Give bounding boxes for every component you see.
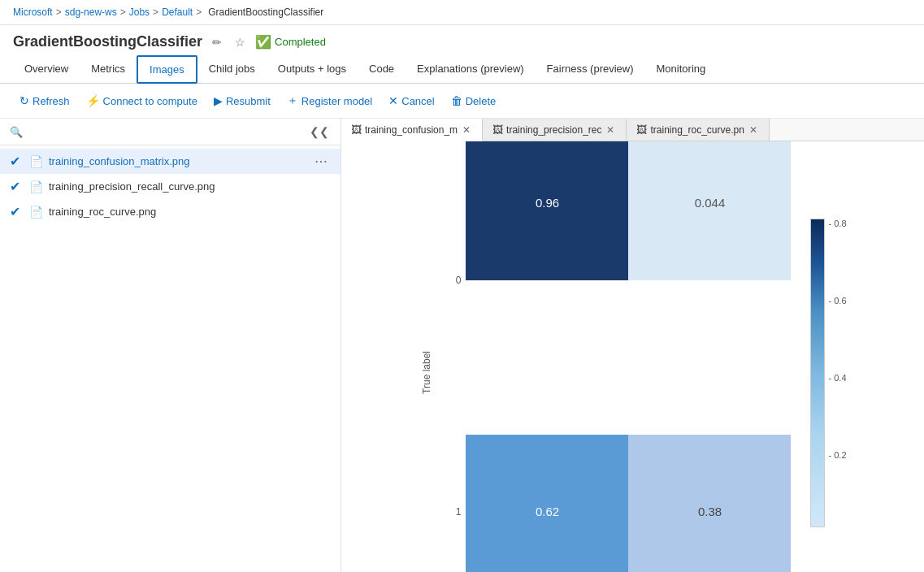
- collapse-button[interactable]: ❮❮: [308, 124, 331, 140]
- delete-button[interactable]: 🗑 Delete: [445, 91, 503, 110]
- image-tab-confusion-matrix[interactable]: 🖼 training_confusion_m ✕: [341, 119, 483, 141]
- colorbar-label-3: - 0.4: [828, 373, 846, 383]
- image-tab-label-1: training_confusion_m: [365, 124, 458, 136]
- colorbar-label-top: - 0.8: [828, 219, 846, 228]
- cell-1-1: 0.38: [628, 435, 791, 573]
- matrix-wrapper: True label 0 0.96 0.044 1: [419, 141, 846, 572]
- image-tab-icon-1: 🖼: [351, 124, 362, 136]
- image-tab-close-1[interactable]: ✕: [461, 124, 472, 136]
- check-circle-icon: ✅: [255, 34, 271, 50]
- tab-explanations[interactable]: Explanations (preview): [406, 56, 536, 83]
- file-item-confusion-matrix[interactable]: ✔ 📄 training_confusion_matrix.png ⋯: [0, 149, 341, 174]
- file-name-roc-curve: training_roc_curve.png: [49, 206, 306, 218]
- image-tab-label-2: training_precision_rec: [506, 124, 601, 136]
- edit-button[interactable]: ✏: [209, 34, 225, 50]
- image-tab-label-3: training_roc_curve.pn: [650, 124, 744, 136]
- register-model-button[interactable]: ＋ Register model: [280, 90, 379, 111]
- file-name-confusion-matrix: training_confusion_matrix.png: [49, 155, 306, 167]
- image-tab-close-2[interactable]: ✕: [605, 124, 616, 136]
- toolbar: ↻ Refresh ⚡ Connect to compute ▶ Resubmi…: [0, 84, 924, 119]
- cancel-button[interactable]: ✕ Cancel: [382, 91, 440, 110]
- connect-icon: ⚡: [86, 94, 100, 107]
- colorbar-label-4: - 0.2: [828, 450, 846, 460]
- edit-icon: ✏: [212, 36, 222, 49]
- file-icon-2: 📄: [29, 180, 44, 193]
- status-text: Completed: [275, 36, 326, 48]
- tab-child-jobs[interactable]: Child jobs: [197, 56, 267, 83]
- chart-area: Normalized confusion matrix True label 0…: [341, 141, 924, 572]
- breadcrumb-microsoft[interactable]: Microsoft: [13, 6, 53, 18]
- matrix-and-axes: 0 0.96 0.044 1 0.62 0.38: [441, 141, 791, 572]
- file-icon-3: 📄: [29, 206, 44, 219]
- confusion-matrix-container: Normalized confusion matrix True label 0…: [419, 141, 846, 572]
- star-icon: ☆: [235, 36, 245, 49]
- row-label-0: 0: [441, 275, 466, 286]
- image-tab-close-3[interactable]: ✕: [748, 124, 759, 136]
- breadcrumb-current: GradientBoostingClassifier: [208, 6, 323, 18]
- search-input[interactable]: [29, 126, 301, 138]
- cell-0-0: 0.96: [466, 141, 628, 280]
- page-title: GradientBoostingClassifier: [13, 33, 202, 50]
- row-label-1: 1: [441, 506, 466, 518]
- check-icon: ✔: [10, 154, 24, 169]
- tab-outputs-logs[interactable]: Outputs + logs: [267, 56, 358, 83]
- tab-metrics[interactable]: Metrics: [80, 56, 137, 83]
- image-tab-icon-2: 🖼: [492, 124, 503, 136]
- connect-compute-button[interactable]: ⚡ Connect to compute: [80, 91, 204, 110]
- cancel-icon: ✕: [388, 94, 398, 107]
- y-axis-label-container: True label: [419, 351, 435, 394]
- breadcrumb-workspace[interactable]: sdg-new-ws: [65, 6, 117, 18]
- right-panel: 🖼 training_confusion_m ✕ 🖼 training_prec…: [341, 119, 924, 572]
- chevron-left-icon: ❮❮: [310, 125, 329, 138]
- matrix-row-0: 0 0.96 0.044: [441, 141, 791, 435]
- left-panel: 🔍 ❮❮ ✔ 📄 training_confusion_matrix.png ⋯…: [0, 119, 341, 572]
- page-header: GradientBoostingClassifier ✏ ☆ ✅ Complet…: [0, 25, 924, 55]
- more-options-button[interactable]: ⋯: [311, 154, 331, 169]
- matrix-grid: 0.96 0.044: [466, 141, 791, 435]
- image-tab-icon-3: 🖼: [636, 124, 647, 136]
- breadcrumb-default[interactable]: Default: [162, 6, 193, 18]
- breadcrumb: Microsoft > sdg-new-ws > Jobs > Default …: [0, 0, 924, 25]
- tab-overview[interactable]: Overview: [13, 56, 80, 83]
- tab-code[interactable]: Code: [358, 56, 406, 83]
- tab-fairness[interactable]: Fairness (preview): [536, 56, 645, 83]
- cell-0-1: 0.044: [628, 141, 791, 280]
- cell-1-0: 0.62: [466, 435, 628, 573]
- breadcrumb-jobs[interactable]: Jobs: [129, 6, 150, 18]
- file-list: ✔ 📄 training_confusion_matrix.png ⋯ ✔ 📄 …: [0, 145, 341, 572]
- tab-images[interactable]: Images: [137, 55, 197, 84]
- file-icon: 📄: [29, 155, 44, 168]
- check-icon-3: ✔: [10, 204, 24, 219]
- status-badge: ✅ Completed: [255, 34, 326, 50]
- star-button[interactable]: ☆: [232, 34, 249, 50]
- main-content: 🔍 ❮❮ ✔ 📄 training_confusion_matrix.png ⋯…: [0, 119, 924, 572]
- tab-monitoring[interactable]: Monitoring: [645, 56, 718, 83]
- image-tab-precision-recall[interactable]: 🖼 training_precision_rec ✕: [483, 119, 627, 141]
- plus-icon: ＋: [287, 93, 298, 108]
- resubmit-button[interactable]: ▶ Resubmit: [207, 91, 277, 110]
- tabs-bar: Overview Metrics Images Child jobs Outpu…: [0, 55, 924, 84]
- matrix-row-1: 1 0.62 0.38: [441, 435, 791, 573]
- y-axis-label: True label: [421, 351, 432, 394]
- file-item-precision-recall[interactable]: ✔ 📄 training_precision_recall_curve.png …: [0, 174, 341, 199]
- colorbar: [810, 219, 825, 527]
- check-icon-2: ✔: [10, 179, 24, 194]
- refresh-button[interactable]: ↻ Refresh: [13, 91, 76, 110]
- colorbar-label-2: - 0.6: [828, 296, 846, 306]
- search-icon: 🔍: [10, 126, 23, 138]
- trash-icon: 🗑: [451, 94, 462, 107]
- refresh-icon: ↻: [20, 94, 29, 107]
- search-bar: 🔍 ❮❮: [0, 119, 341, 145]
- image-tabs: 🖼 training_confusion_m ✕ 🖼 training_prec…: [341, 119, 924, 141]
- image-tab-roc-curve[interactable]: 🖼 training_roc_curve.pn ✕: [627, 119, 769, 141]
- file-name-precision-recall: training_precision_recall_curve.png: [49, 180, 306, 193]
- file-item-roc-curve[interactable]: ✔ 📄 training_roc_curve.png ⋯: [0, 199, 341, 224]
- resubmit-icon: ▶: [214, 94, 223, 107]
